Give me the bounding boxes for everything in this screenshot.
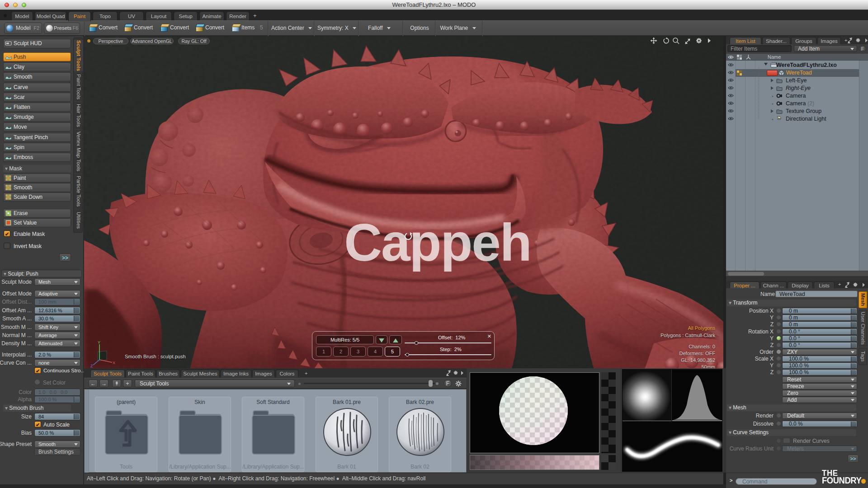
- svg-text:X: X: [113, 361, 115, 365]
- svg-text:Z: Z: [90, 364, 93, 368]
- svg-text:Y: Y: [98, 340, 100, 345]
